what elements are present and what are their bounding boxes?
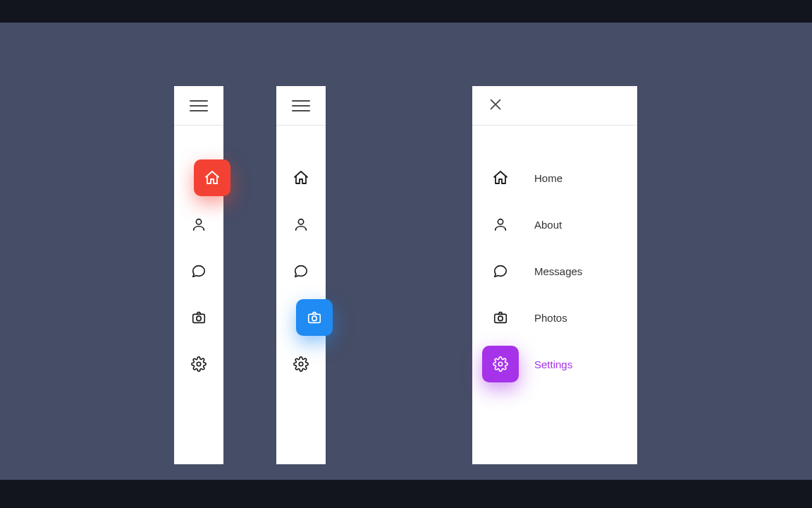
- svg-point-7: [299, 362, 303, 366]
- chat-icon: [180, 253, 217, 289]
- house-icon: [194, 159, 230, 196]
- gear-icon: [482, 346, 519, 382]
- menu-item-photos[interactable]: [174, 299, 223, 336]
- chat-icon: [283, 253, 319, 289]
- svg-point-4: [298, 219, 303, 224]
- canvas: Home About Messages Photos: [0, 23, 812, 480]
- house-icon: [283, 159, 319, 196]
- gear-icon: [180, 346, 217, 382]
- menu-item-about[interactable]: [174, 206, 223, 243]
- menu-item-about[interactable]: [276, 206, 326, 243]
- svg-point-2: [197, 316, 201, 320]
- sidebar-header: [276, 86, 326, 126]
- top-bar: [0, 0, 812, 23]
- sidebar-menu: [174, 126, 223, 382]
- sidebar-expanded: Home About Messages Photos: [472, 86, 637, 464]
- svg-rect-5: [309, 314, 321, 322]
- menu-item-label: Home: [534, 172, 562, 184]
- svg-rect-1: [193, 314, 205, 322]
- svg-point-0: [196, 219, 201, 224]
- svg-point-3: [197, 362, 201, 366]
- svg-point-8: [498, 219, 503, 224]
- user-icon: [180, 206, 217, 243]
- menu-item-label: Settings: [534, 358, 572, 370]
- close-icon[interactable]: [488, 97, 506, 115]
- menu-item-messages[interactable]: [276, 253, 326, 289]
- menu-item-messages[interactable]: Messages: [472, 253, 637, 289]
- svg-rect-9: [495, 314, 507, 322]
- svg-point-10: [498, 316, 503, 320]
- camera-icon: [296, 299, 333, 336]
- menu-item-label: Messages: [534, 265, 582, 277]
- camera-icon: [482, 299, 519, 336]
- menu-item-home[interactable]: [276, 159, 326, 196]
- sidebar-menu: Home About Messages Photos: [472, 126, 637, 382]
- hamburger-icon[interactable]: [190, 97, 208, 115]
- house-icon: [482, 159, 519, 196]
- user-icon: [283, 206, 319, 243]
- menu-item-label: About: [534, 219, 562, 231]
- menu-item-home[interactable]: [174, 159, 223, 196]
- menu-item-photos[interactable]: Photos: [472, 299, 637, 336]
- gear-icon: [283, 346, 319, 382]
- menu-item-label: Photos: [534, 312, 567, 324]
- sidebar-header: [174, 86, 223, 126]
- sidebar-menu: [276, 126, 326, 382]
- svg-point-6: [312, 316, 316, 320]
- svg-point-11: [498, 362, 503, 366]
- menu-item-messages[interactable]: [174, 253, 223, 289]
- menu-item-settings[interactable]: [276, 346, 326, 382]
- sidebar-header: [472, 86, 637, 126]
- sidebar-collapsed-1: [174, 86, 223, 464]
- camera-icon: [180, 299, 217, 336]
- menu-item-settings[interactable]: Settings: [472, 346, 637, 382]
- hamburger-icon[interactable]: [292, 97, 310, 115]
- menu-item-settings[interactable]: [174, 346, 223, 382]
- menu-item-about[interactable]: About: [472, 206, 637, 243]
- bottom-bar: [0, 480, 812, 508]
- chat-icon: [482, 253, 519, 289]
- menu-item-photos[interactable]: [276, 299, 326, 336]
- sidebar-collapsed-2: [276, 86, 326, 464]
- user-icon: [482, 206, 519, 243]
- menu-item-home[interactable]: Home: [472, 159, 637, 196]
